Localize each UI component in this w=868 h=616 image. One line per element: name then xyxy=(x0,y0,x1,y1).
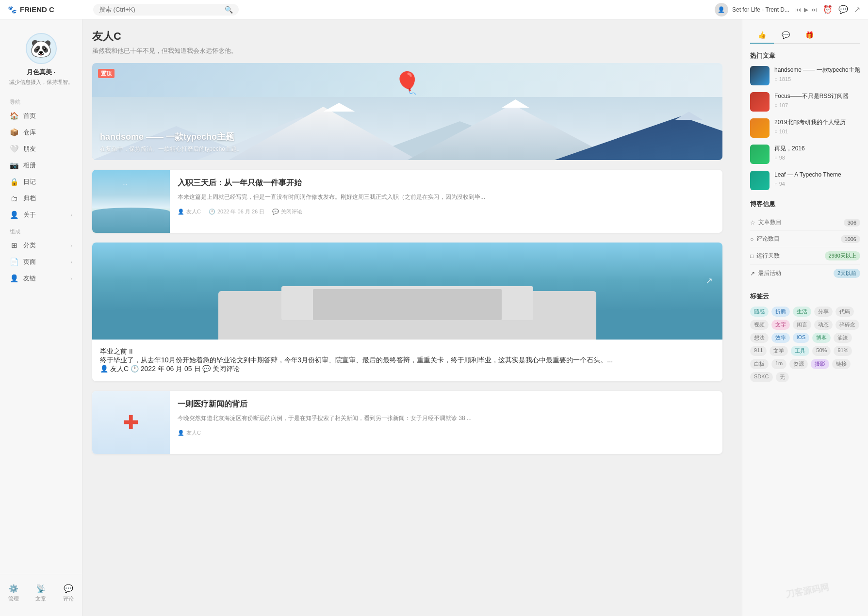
tab-comments[interactable]: 💬 xyxy=(774,27,798,44)
clock-icon-1: 🕐 xyxy=(209,209,215,215)
hot-title-2: Focus——不只是RSS订阅器 xyxy=(774,92,849,100)
tab-likes[interactable]: 👍 xyxy=(750,27,774,44)
sidebar-item-archive[interactable]: 🗂 归档 xyxy=(0,190,82,207)
archive-icon: 🗂 xyxy=(10,195,18,203)
days-badge: 2930天以上 xyxy=(825,251,860,260)
comments-count-label: ○ 评论数目 xyxy=(750,235,780,243)
balloon-icon: 🎈 xyxy=(394,70,421,96)
tag-suigan[interactable]: 随感 xyxy=(750,307,769,317)
desk-item3 xyxy=(313,289,502,320)
hot-article-1[interactable]: handsome —— 一款typecho主题 ○ 1815 xyxy=(750,66,860,85)
article-card-2[interactable]: ↗ 毕业之前 II 终于毕业了，从去年10月份开始着急的毕业论文到中期答辩，今年… xyxy=(92,243,722,381)
footer-admin[interactable]: ⚙️ 管理 xyxy=(4,582,23,604)
sidebar-profile: 🐼 月色真美 · 减少信息摄入，保持理智。 xyxy=(0,27,82,94)
tag-gongju[interactable]: 工具 xyxy=(791,346,809,356)
featured-label: 置顶 xyxy=(98,69,115,78)
sidebar-item-page[interactable]: 📄 页面 › xyxy=(0,254,82,270)
player-controls: ⏮ ▶ ⏭ xyxy=(795,6,817,13)
tag-xianzhan[interactable]: 闲言 xyxy=(793,320,811,330)
tag-xiaolv[interactable]: 效率 xyxy=(771,333,790,343)
tag-fenxiang[interactable]: 分享 xyxy=(814,307,833,317)
nav-label-about: 关于 xyxy=(23,211,36,219)
footer-comments[interactable]: 💬 评论 xyxy=(59,582,78,604)
repo-icon: 📦 xyxy=(10,128,18,137)
share-icon[interactable]: ↗ xyxy=(854,5,860,14)
tag-wenxue[interactable]: 文学 xyxy=(770,346,788,356)
clock-icon[interactable]: ⏰ xyxy=(823,5,833,14)
search-icon: 🔍 xyxy=(225,6,233,14)
user-profile[interactable]: 👤 Set for Life - Trent D... xyxy=(715,3,789,16)
star-icon: ☆ xyxy=(750,219,755,226)
tag-ziyuan[interactable]: 资源 xyxy=(789,359,808,369)
sidebar-item-photos[interactable]: 📷 相册 xyxy=(0,157,82,174)
info-row-articles: ☆ 文章数目 306 xyxy=(750,214,860,231)
sidebar-item-diary[interactable]: 🔒 日记 xyxy=(0,174,82,190)
tag-wenzi[interactable]: 文字 xyxy=(771,320,790,330)
tag-cloud: 随感 折腾 生活 分享 代码 视频 文字 闲言 动态 碎碎念 想法 效率 iOS… xyxy=(750,307,860,382)
article-meta-3: 👤 友人C xyxy=(178,429,715,437)
chevron-right-icon: › xyxy=(70,212,72,218)
tag-dongtai[interactable]: 动态 xyxy=(814,320,833,330)
next-track-icon[interactable]: ⏭ xyxy=(811,6,817,13)
sidebar-item-links[interactable]: 👤 友链 › xyxy=(0,270,82,287)
sidebar-item-repo[interactable]: 📦 仓库 xyxy=(0,124,82,141)
tag-wu[interactable]: 无 xyxy=(776,372,789,382)
tag-lianjie[interactable]: 链接 xyxy=(832,359,851,369)
hot-count-2: ○ 107 xyxy=(774,102,849,108)
user-icon: 👤 xyxy=(10,211,18,219)
tag-1m[interactable]: 1m xyxy=(771,359,786,369)
article-image-2: ↗ xyxy=(92,243,722,340)
article-card-3[interactable]: ✚ 一则医疗新闻的背后 今晚突然知道北京海淀区有份断远的病例，于是在知乎搜索了相… xyxy=(92,391,722,454)
tab-gifts[interactable]: 🎁 xyxy=(798,27,821,44)
search-bar[interactable]: 🔍 xyxy=(93,4,239,16)
search-input[interactable] xyxy=(99,6,221,13)
featured-banner[interactable]: 🎈 置顶 handsome —— 一款typecho主题 在复杂中，保持简洁。一… xyxy=(92,63,722,160)
comment-icon: 💬 xyxy=(64,584,73,593)
article-author-3: 👤 友人C xyxy=(178,429,201,437)
tag-xiangfa[interactable]: 想法 xyxy=(750,333,769,343)
tag-sdkc[interactable]: SDKC xyxy=(750,372,773,382)
tag-911[interactable]: 911 xyxy=(750,346,767,356)
hot-thumb-1 xyxy=(750,66,770,85)
activity-icon: ↗ xyxy=(750,270,755,277)
tag-sheying[interactable]: 摄影 xyxy=(811,359,829,369)
tag-baiban[interactable]: 白板 xyxy=(750,359,769,369)
article-meta-1: 👤 友人C 🕐 2022 年 06 月 26 日 💬 关闭评论 xyxy=(178,208,715,215)
tag-50[interactable]: 50% xyxy=(812,346,831,356)
tag-suisuinian[interactable]: 碎碎念 xyxy=(835,320,859,330)
nav-label-page: 页面 xyxy=(23,258,36,266)
tag-91[interactable]: 91% xyxy=(834,346,852,356)
hot-article-4[interactable]: 再见，2016 ○ 98 xyxy=(750,145,860,164)
hot-article-5[interactable]: Leaf — A Typecho Theme ○ 94 xyxy=(750,171,860,190)
hot-article-3[interactable]: 2019北邮考研我的个人经历 ○ 101 xyxy=(750,118,860,138)
article-card-1[interactable]: • • 入职三天后：从一年只做一件事开始 本来这篇是上周就已经写完，但是一直没有… xyxy=(92,170,722,233)
sidebar-item-category[interactable]: ⊞ 分类 › xyxy=(0,237,82,254)
activity-label: ↗ 最后活动 xyxy=(750,269,781,277)
home-icon: 🏠 xyxy=(10,112,18,120)
chat-icon[interactable]: 💬 xyxy=(838,5,848,14)
tag-shenguo[interactable]: 生活 xyxy=(793,307,811,317)
prev-track-icon[interactable]: ⏮ xyxy=(795,6,801,13)
tag-daima[interactable]: 代码 xyxy=(835,307,854,317)
logo-text: FRiEND C xyxy=(20,5,54,14)
hot-title-3: 2019北邮考研我的个人经历 xyxy=(774,118,846,127)
sidebar: 🐼 月色真美 · 减少信息摄入，保持理智。 导航 🏠 首页 📦 仓库 🤍 朋友 … xyxy=(0,19,82,616)
hot-article-2[interactable]: Focus——不只是RSS订阅器 ○ 107 xyxy=(750,92,860,112)
play-icon[interactable]: ▶ xyxy=(804,6,808,13)
tag-youqi[interactable]: 油漆 xyxy=(834,333,852,343)
sidebar-item-about[interactable]: 👤 关于 › xyxy=(0,207,82,223)
article-body-3: 一则医疗新闻的背后 今晚突然知道北京海淀区有份断远的病例，于是在知乎搜索了相关新… xyxy=(170,391,722,454)
footer-posts[interactable]: 📡 文章 xyxy=(32,582,50,604)
sidebar-item-home[interactable]: 🏠 首页 xyxy=(0,108,82,124)
featured-title: handsome —— 一款typecho主题 xyxy=(100,131,234,143)
comment-bubble-icon-5: ○ xyxy=(774,181,778,187)
sidebar-item-friends[interactable]: 🤍 朋友 xyxy=(0,141,82,157)
right-tabs: 👍 💬 🎁 xyxy=(750,27,860,44)
tag-ios[interactable]: iOS xyxy=(793,333,809,343)
grid-icon: ⊞ xyxy=(10,241,18,250)
tag-shipin[interactable]: 视频 xyxy=(750,320,769,330)
footer-comments-label: 评论 xyxy=(63,595,74,602)
square-icon: □ xyxy=(750,253,753,259)
tag-zheteng[interactable]: 折腾 xyxy=(771,307,790,317)
tag-boke[interactable]: 博客 xyxy=(812,333,831,343)
